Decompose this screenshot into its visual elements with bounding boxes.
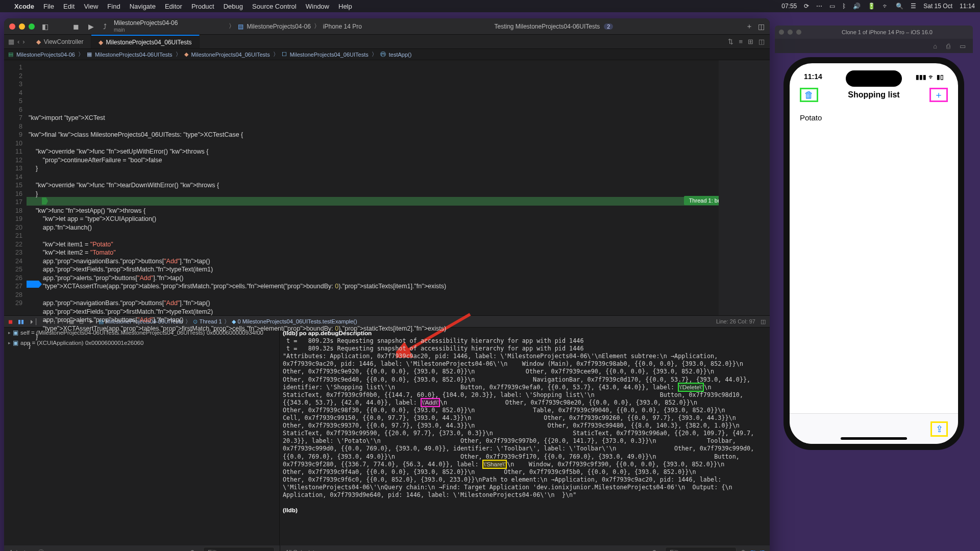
toggle-vars-icon[interactable]: ◧	[750, 549, 755, 552]
editor-add-icon[interactable]: ⊞	[748, 38, 753, 45]
titlebar: ◧ ◼ ▶ ⤴ MilestoneProjects04-06 main 〉▤ M…	[4, 18, 770, 35]
trash-icon: 🗑	[804, 90, 814, 101]
sim-home-icon[interactable]: ⌂	[933, 42, 937, 50]
console-output-scope[interactable]: All Output ◇	[285, 549, 315, 552]
status-control-center-icon[interactable]: ☰	[911, 3, 916, 10]
vars-link-icon[interactable]: ⌾	[31, 549, 34, 551]
menu-window[interactable]: Window	[306, 3, 329, 10]
sim-rotate-icon[interactable]: ▭	[960, 42, 966, 50]
status-date[interactable]: Sat 15 Oct	[923, 3, 952, 10]
lldb-console[interactable]: (lldb) po app.debugDescription t = 809.2…	[280, 328, 770, 545]
list-item[interactable]: Potato	[790, 108, 958, 127]
scheme-target[interactable]: MilestoneProjects04-06	[247, 23, 310, 30]
tab-viewcontroller[interactable]: ◆ViewController	[29, 35, 91, 48]
tab-label: MilestoneProjects04_06UITests	[106, 39, 192, 46]
debug-pause-icon[interactable]: ▮▮	[18, 318, 24, 325]
menu-source-control[interactable]: Source Control	[252, 3, 297, 10]
status-wifi-icon[interactable]: ᯤ	[883, 3, 889, 10]
activity-count-badge: 2	[604, 23, 613, 30]
menu-help[interactable]: Help	[338, 3, 352, 10]
nav-back[interactable]: ‹	[17, 38, 19, 45]
home-indicator[interactable]	[841, 437, 907, 440]
jump-seg[interactable]: MilestoneProjects04_06UITests	[191, 52, 270, 58]
editor-sort-icon[interactable]: ⇅	[728, 38, 733, 45]
run-button[interactable]: ▶	[86, 22, 96, 31]
menu-edit[interactable]: Edit	[63, 3, 75, 10]
menu-editor[interactable]: Editor	[165, 3, 182, 10]
signal-icon: ▮▮▮	[916, 73, 926, 81]
share-button[interactable]: ⇪	[930, 421, 948, 437]
sim-toolbar: ⌂ ⎙ ▭	[775, 39, 973, 53]
dynamic-island	[846, 70, 902, 87]
menu-file[interactable]: File	[43, 3, 54, 10]
menu-product[interactable]: Product	[191, 3, 214, 10]
console-trash-icon[interactable]: 🗑	[741, 549, 746, 551]
vars-info-icon[interactable]: ⓘ	[38, 548, 44, 552]
xcode-window: ◧ ◼ ▶ ⤴ MilestoneProjects04-06 main 〉▤ M…	[4, 18, 770, 551]
status-search-icon[interactable]: 🔍	[896, 3, 903, 10]
debug-area-footer: Auto ◇ ⌾ ⓘ ⚙︎ All Output ◇ ⚙︎ 🗑 ◧ ◨	[4, 545, 770, 551]
scheme-icon[interactable]: ⤴	[101, 22, 109, 31]
tab-uitests[interactable]: ◆MilestoneProjects04_06UITests	[91, 35, 200, 48]
jump-seg[interactable]: testApp()	[389, 52, 412, 58]
project-name[interactable]: MilestoneProjects04-06	[114, 20, 178, 27]
gutter[interactable]: 1234567891011121314151617181920212223242…	[4, 60, 27, 315]
device-frame: 11:14 ▮▮▮ ᯤ ▮▯ 🗑 Shopping list ＋ Potato …	[783, 57, 964, 450]
menu-find[interactable]: Find	[107, 3, 120, 10]
menu-view[interactable]: View	[84, 3, 98, 10]
app-menu[interactable]: Xcode	[14, 3, 34, 10]
jump-bar[interactable]: ▤ MilestoneProjects04-06〉 ▦MilestoneProj…	[4, 49, 770, 60]
status-time[interactable]: 11:14	[960, 3, 975, 10]
toggle-console-icon[interactable]: ◨	[760, 549, 765, 552]
status-sync-icon[interactable]: ⟳	[804, 3, 809, 10]
status-volume-icon[interactable]: 🔊	[853, 3, 861, 10]
sim-screenshot-icon[interactable]: ⎙	[946, 42, 950, 50]
status-clock-left: 07:55	[781, 3, 797, 10]
status-bluetooth-icon[interactable]: ᛒ	[842, 3, 846, 10]
share-icon: ⇪	[936, 423, 943, 435]
nav-forward[interactable]: ›	[22, 38, 24, 45]
status-dots-icon[interactable]: ⋯	[816, 3, 822, 10]
menu-navigate[interactable]: Navigate	[130, 3, 156, 10]
console-filter[interactable]	[665, 547, 737, 552]
ios-table[interactable]: Potato	[790, 106, 958, 129]
stop-button[interactable]: ◼	[71, 22, 81, 31]
variables-view[interactable]: ▸▣self = (MilestoneProjects04-06UITests.…	[4, 328, 280, 545]
ios-time: 11:14	[804, 72, 822, 81]
tab-label: ViewController	[44, 38, 84, 45]
battery-icon: ▮▯	[937, 73, 944, 81]
code-area[interactable]: Thread 1: breakpoint 1.1 (1) "kw">import…	[27, 60, 770, 315]
sim-title-text: Clone 1 of iPhone 14 Pro – iOS 16.0	[805, 29, 969, 35]
tab-bar: ▦ ‹ › ◆ViewController ◆MilestoneProjects…	[4, 35, 770, 49]
simulator-window: Clone 1 of iPhone 14 Pro – iOS 16.0 ⌂ ⎙ …	[775, 26, 973, 480]
run-destination[interactable]: iPhone 14 Pro	[323, 23, 362, 30]
related-items-icon[interactable]: ▦	[8, 38, 14, 45]
traffic-lights[interactable]	[9, 23, 35, 30]
editor-options-icon[interactable]: ≡	[739, 38, 743, 45]
jump-seg[interactable]: MilestoneProjects04-06	[16, 52, 75, 58]
status-display-icon[interactable]: ▭	[829, 3, 835, 10]
library-icon[interactable]: ◫	[758, 22, 765, 31]
add-button[interactable]: ＋	[929, 88, 948, 102]
activity-status: Testing MilestoneProjects04-06UITests	[494, 23, 600, 30]
status-battery-icon[interactable]: 🔋	[868, 3, 875, 10]
device-screen[interactable]: 11:14 ▮▮▮ ᯤ ▮▯ 🗑 Shopping list ＋ Potato …	[790, 63, 958, 444]
toggle-navigator-icon[interactable]: ◧	[40, 22, 51, 31]
jump-seg[interactable]: MilestoneProjects04_06UITests	[290, 52, 369, 58]
vars-filter[interactable]	[203, 547, 275, 552]
nav-title: Shopping list	[848, 90, 899, 99]
plus-icon: ＋	[934, 89, 943, 101]
delete-button[interactable]: 🗑	[800, 88, 818, 102]
menu-debug[interactable]: Debug	[224, 3, 243, 10]
wifi-icon: ᯤ	[928, 73, 935, 81]
branch-name[interactable]: main	[114, 27, 178, 33]
code-editor[interactable]: 1234567891011121314151617181920212223242…	[4, 60, 770, 315]
editor-split-icon[interactable]: ◫	[758, 38, 765, 45]
sim-titlebar[interactable]: Clone 1 of iPhone 14 Pro – iOS 16.0	[775, 26, 973, 39]
macos-menubar: Xcode File Edit View Find Navigate Edito…	[0, 0, 980, 12]
vars-scope[interactable]: Auto ◇	[9, 549, 27, 552]
debug-stop-icon[interactable]: ◼	[8, 318, 13, 325]
add-tab-icon[interactable]: ＋	[746, 22, 753, 31]
jump-seg[interactable]: MilestoneProjects04-06UITests	[95, 52, 173, 58]
